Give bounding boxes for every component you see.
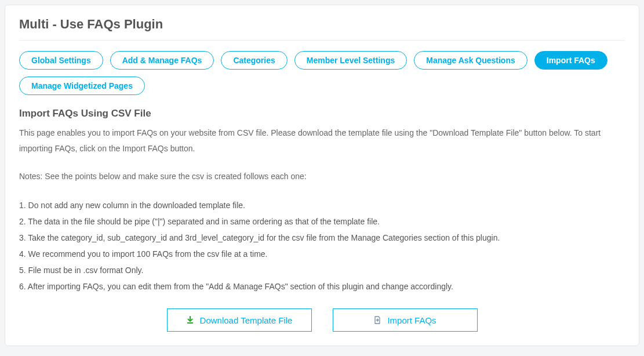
action-buttons: Download Template File Import FAQs [19, 308, 625, 332]
download-icon [186, 316, 194, 324]
divider [19, 40, 625, 41]
notes-item: 5. File must be in .csv format Only. [19, 262, 625, 278]
tab-label: Manage Ask Questions [426, 56, 515, 65]
file-import-icon [373, 316, 381, 324]
notes-item: 6. After importing FAQs, you can edit th… [19, 278, 625, 295]
notes-item: 2. The data in the file should be pipe (… [19, 213, 625, 230]
tabs: Global SettingsAdd & Manage FAQsCategori… [19, 51, 625, 95]
tab-manage-ask-questions[interactable]: Manage Ask Questions [414, 51, 527, 70]
tab-global-settings[interactable]: Global Settings [19, 51, 103, 70]
notes-item: 1. Do not add any new column in the down… [19, 197, 625, 213]
tab-manage-widgetized-pages[interactable]: Manage Widgetized Pages [19, 77, 145, 95]
download-template-button[interactable]: Download Template File [167, 308, 312, 332]
tab-label: Add & Manage FAQs [122, 56, 202, 65]
page-title: Multi - Use FAQs Plugin [19, 17, 625, 32]
tab-categories[interactable]: Categories [221, 51, 287, 70]
tab-import-faqs[interactable]: Import FAQs [534, 51, 607, 70]
tab-add-manage-faqs[interactable]: Add & Manage FAQs [110, 51, 214, 70]
notes-list: 1. Do not add any new column in the down… [19, 197, 625, 295]
notes-item: 3. Take the category_id, sub_category_id… [19, 230, 625, 246]
section-title: Import FAQs Using CSV File [19, 108, 625, 119]
tab-label: Manage Widgetized Pages [31, 81, 133, 90]
svg-rect-0 [187, 322, 193, 324]
notes-item: 4. We recommend you to import 100 FAQs f… [19, 246, 625, 262]
notes-intro: Notes: See the points below and make sur… [19, 169, 625, 184]
panel: Multi - Use FAQs Plugin Global SettingsA… [5, 5, 639, 346]
tab-label: Categories [233, 56, 275, 65]
tab-label: Member Level Settings [307, 56, 395, 65]
tab-member-level-settings[interactable]: Member Level Settings [294, 51, 407, 70]
tab-label: Global Settings [31, 56, 91, 65]
import-faqs-button[interactable]: Import FAQs [333, 308, 478, 332]
download-template-label: Download Template File [200, 315, 293, 325]
import-faqs-label: Import FAQs [387, 315, 436, 325]
section-description: This page enables you to import FAQs on … [19, 125, 625, 156]
tab-label: Import FAQs [547, 56, 595, 65]
